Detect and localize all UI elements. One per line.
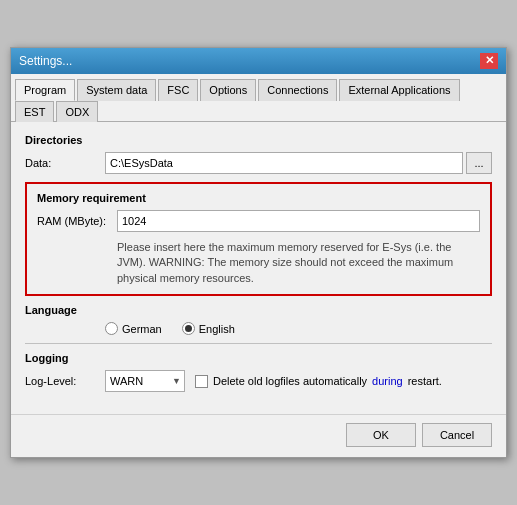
memory-warning: Please insert here the maximum memory re… [37, 240, 480, 286]
tab-external-applications[interactable]: External Applications [339, 79, 459, 101]
bottom-bar: OK Cancel [11, 414, 506, 457]
language-radio-row: German English [25, 322, 492, 335]
cancel-button[interactable]: Cancel [422, 423, 492, 447]
window-title: Settings... [19, 54, 72, 68]
language-title: Language [25, 304, 492, 316]
radio-german[interactable]: German [105, 322, 162, 335]
close-button[interactable]: ✕ [480, 53, 498, 69]
tab-fsc[interactable]: FSC [158, 79, 198, 101]
during-text: during [372, 375, 403, 387]
tab-system-data[interactable]: System data [77, 79, 156, 101]
tab-bar: Program System data FSC Options Connecti… [11, 74, 506, 122]
tab-options[interactable]: Options [200, 79, 256, 101]
tab-connections[interactable]: Connections [258, 79, 337, 101]
radio-german-circle [105, 322, 118, 335]
delete-logfiles-label-prefix: Delete old logfiles automatically [213, 375, 367, 387]
log-row: Log-Level: DEBUG INFO WARN ERROR ▼ Delet… [25, 370, 492, 392]
delete-logfiles-checkbox[interactable] [195, 375, 208, 388]
settings-window: Settings... ✕ Program System data FSC Op… [10, 47, 507, 458]
loglevel-select[interactable]: DEBUG INFO WARN ERROR [105, 370, 185, 392]
delete-logfiles-row: Delete old logfiles automatically during… [195, 375, 442, 388]
logging-title: Logging [25, 352, 492, 364]
title-bar: Settings... ✕ [11, 48, 506, 74]
radio-english-label: English [199, 323, 235, 335]
language-section: Language German English [25, 304, 492, 335]
data-field-row: Data: ... [25, 152, 492, 174]
radio-english[interactable]: English [182, 322, 235, 335]
tab-program[interactable]: Program [15, 79, 75, 101]
directories-title: Directories [25, 134, 492, 146]
divider [25, 343, 492, 344]
browse-button[interactable]: ... [466, 152, 492, 174]
loglevel-label: Log-Level: [25, 375, 105, 387]
memory-title: Memory requirement [37, 192, 480, 204]
tab-est[interactable]: EST [15, 101, 54, 122]
delete-logfiles-label-suffix: restart. [408, 375, 442, 387]
ok-button[interactable]: OK [346, 423, 416, 447]
memory-warning-text: Please insert here the maximum memory re… [117, 241, 453, 284]
directories-section: Directories Data: ... [25, 134, 492, 174]
ram-input[interactable] [117, 210, 480, 232]
data-label: Data: [25, 157, 105, 169]
tab-content: Directories Data: ... Memory requirement… [11, 122, 506, 410]
radio-english-circle [182, 322, 195, 335]
data-input[interactable] [105, 152, 463, 174]
memory-section: Memory requirement RAM (MByte): Please i… [25, 182, 492, 296]
ram-field-row: RAM (MByte): [37, 210, 480, 232]
tab-odx[interactable]: ODX [56, 101, 98, 122]
loglevel-select-wrapper: DEBUG INFO WARN ERROR ▼ [105, 370, 185, 392]
ram-label: RAM (MByte): [37, 215, 117, 227]
radio-german-label: German [122, 323, 162, 335]
logging-section: Logging Log-Level: DEBUG INFO WARN ERROR… [25, 352, 492, 392]
